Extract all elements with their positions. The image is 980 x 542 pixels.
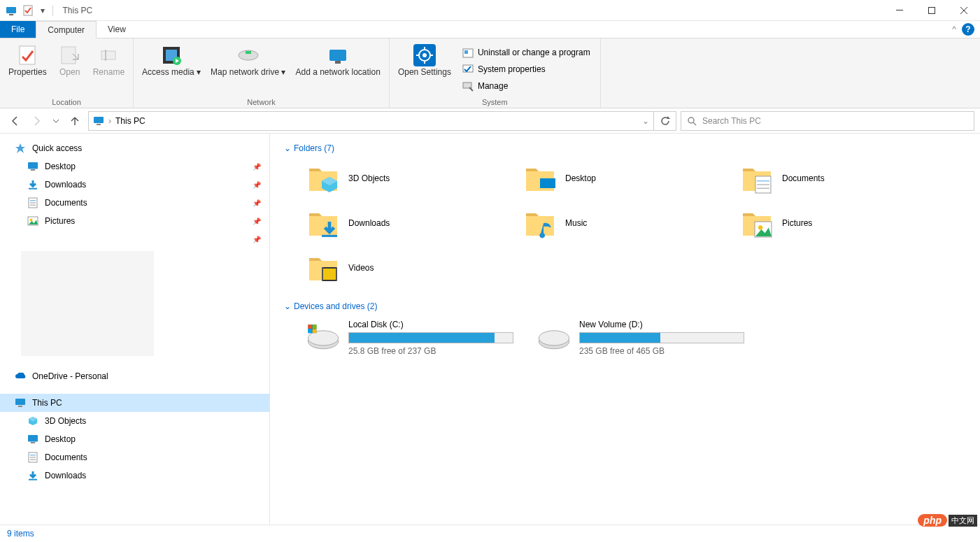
folder-videos[interactable]: Videos <box>304 248 506 287</box>
downloads-icon <box>27 469 39 482</box>
svg-rect-13 <box>246 51 251 54</box>
folder-icon <box>740 162 774 195</box>
svg-rect-0 <box>6 7 16 13</box>
recent-locations-button[interactable] <box>50 112 62 130</box>
quick-access-toolbar: ▾ │ <box>0 3 60 17</box>
close-button[interactable] <box>948 0 980 21</box>
sidebar-item-downloads[interactable]: Downloads📌 <box>0 176 269 194</box>
address-bar[interactable]: › This PC ⌄ <box>88 111 654 131</box>
svg-rect-6 <box>62 47 76 64</box>
tab-file[interactable]: File <box>0 21 36 38</box>
folders-section-header[interactable]: ⌄ Folders (7) <box>284 141 966 156</box>
system-properties-icon <box>462 64 474 75</box>
sidebar-item-documents[interactable]: Documents📌 <box>0 194 269 212</box>
folders-grid: 3D ObjectsDesktopDocumentsDownloadsMusic… <box>284 156 966 299</box>
sidebar-item-3d[interactable]: 3D Objects <box>0 412 269 430</box>
pin-icon: 📌 <box>253 163 261 171</box>
forward-button[interactable] <box>28 112 46 130</box>
svg-rect-58 <box>323 269 336 280</box>
svg-rect-31 <box>28 162 38 169</box>
svg-rect-66 <box>308 329 312 333</box>
sidebar-thumbnail <box>21 251 154 356</box>
folder-documents[interactable]: Documents <box>737 159 940 198</box>
svg-point-18 <box>422 53 427 57</box>
svg-rect-1 <box>9 14 13 15</box>
svg-rect-5 <box>20 46 35 64</box>
downloads-icon <box>27 178 39 191</box>
folder-icon <box>306 162 340 195</box>
address-dropdown-icon[interactable]: ⌄ <box>642 116 649 126</box>
qat-properties-icon[interactable] <box>21 3 35 17</box>
desktop-icon <box>27 433 39 445</box>
system-properties-button[interactable]: System properties <box>460 62 593 76</box>
drive-item[interactable]: New Volume (D:) 235 GB free of 465 GB <box>534 317 751 359</box>
open-button[interactable]: Open <box>52 41 87 97</box>
status-items-count: 9 items <box>7 529 34 539</box>
pin-icon: 📌 <box>253 181 261 189</box>
folder-desktop[interactable]: Desktop <box>520 159 723 198</box>
pin-icon: 📌 <box>253 199 261 207</box>
manage-button[interactable]: Manage <box>460 79 593 93</box>
drive-label: New Volume (D:) <box>579 320 748 329</box>
drive-item[interactable]: Local Disk (C:) 25.8 GB free of 237 GB <box>304 317 520 359</box>
map-network-drive-button[interactable]: Map network drive ▾ <box>206 41 290 97</box>
ribbon-collapse-icon[interactable]: ^ <box>952 24 956 34</box>
add-network-location-button[interactable]: Add a network location <box>291 41 384 97</box>
sidebar-item-desktop[interactable]: Desktop📌 <box>0 157 269 176</box>
window-controls <box>883 0 980 21</box>
tab-view[interactable]: View <box>97 21 137 38</box>
svg-rect-4 <box>929 7 935 13</box>
folder-icon <box>306 251 340 285</box>
breadcrumb[interactable]: This PC <box>115 116 145 126</box>
back-button[interactable] <box>6 112 24 130</box>
desktop-icon <box>27 160 39 173</box>
svg-point-56 <box>758 225 762 229</box>
svg-rect-64 <box>308 325 312 329</box>
sidebar-item-documents[interactable]: Documents <box>0 448 269 466</box>
sidebar-item-desktop[interactable]: Desktop <box>0 430 269 448</box>
properties-button[interactable]: Properties <box>4 41 51 97</box>
svg-rect-3 <box>896 10 903 10</box>
help-icon[interactable]: ? <box>962 23 974 36</box>
search-box[interactable] <box>681 111 974 131</box>
documents-icon <box>27 197 39 209</box>
sidebar-onedrive[interactable]: OneDrive - Personal <box>0 367 269 385</box>
uninstall-program-button[interactable]: Uninstall or change a program <box>460 45 593 59</box>
svg-rect-48 <box>29 479 37 480</box>
navigation-pane[interactable]: Quick access Desktop📌Downloads📌Documents… <box>0 134 270 525</box>
watermark: php 中文网 <box>918 514 977 527</box>
folder-pictures[interactable]: Pictures <box>737 204 940 243</box>
svg-rect-15 <box>335 61 341 64</box>
chevron-down-icon: ⌄ <box>284 143 291 153</box>
svg-rect-40 <box>15 399 25 405</box>
folder-3d[interactable]: 3D Objects <box>304 159 506 198</box>
minimize-button[interactable] <box>883 0 916 21</box>
svg-rect-7 <box>101 51 115 59</box>
folder-music[interactable]: Music <box>520 204 723 243</box>
this-pc-icon <box>93 115 104 127</box>
drives-section-header[interactable]: ⌄ Devices and drives (2) <box>284 299 966 314</box>
up-button[interactable] <box>66 112 84 130</box>
ribbon-group-network: Access media ▾ Map network drive ▾ Add a… <box>134 38 390 108</box>
refresh-button[interactable] <box>654 111 676 131</box>
svg-point-69 <box>539 331 569 345</box>
drive-free-text: 235 GB free of 465 GB <box>579 346 748 356</box>
svg-point-29 <box>688 117 694 123</box>
access-media-button[interactable]: Access media ▾ <box>138 41 205 97</box>
search-input[interactable] <box>702 116 968 126</box>
drive-usage-bar <box>348 332 513 343</box>
open-settings-button[interactable]: Open Settings <box>394 41 455 97</box>
sidebar-item-downloads[interactable]: Downloads <box>0 466 269 485</box>
tab-computer[interactable]: Computer <box>36 21 97 38</box>
folder-downloads[interactable]: Downloads <box>304 204 506 243</box>
maximize-button[interactable] <box>916 0 948 21</box>
rename-button[interactable]: Rename <box>89 41 129 97</box>
svg-rect-25 <box>463 65 473 72</box>
sidebar-quick-access[interactable]: Quick access <box>0 139 269 157</box>
sidebar-blank-pin[interactable]: 📌 <box>0 230 269 248</box>
qat-dropdown-icon[interactable]: ▾ <box>38 3 48 17</box>
sidebar-item-pictures[interactable]: Pictures📌 <box>0 212 269 230</box>
content-pane[interactable]: ⌄ Folders (7) 3D ObjectsDesktopDocuments… <box>270 134 980 525</box>
manage-icon <box>462 80 474 92</box>
sidebar-this-pc[interactable]: This PC <box>0 394 269 412</box>
